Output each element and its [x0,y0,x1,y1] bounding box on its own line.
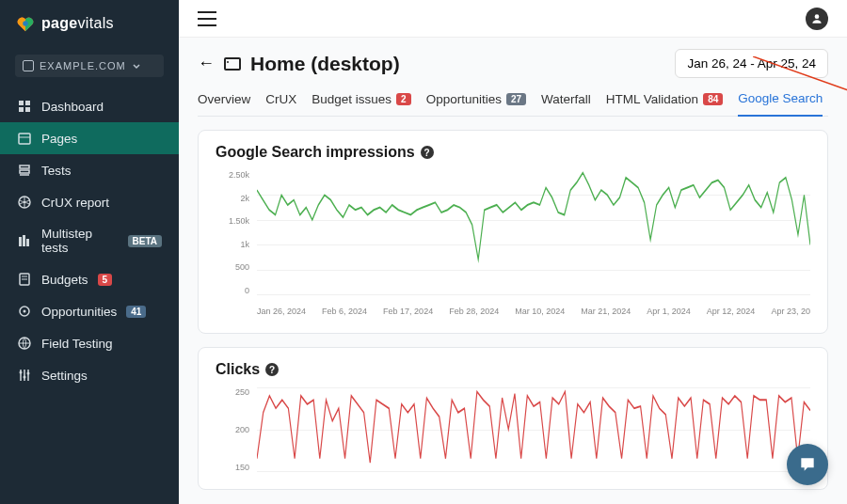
tab-label: Overview [198,92,250,106]
tab-badge: 27 [506,93,526,105]
desktop-icon [224,57,241,71]
sidebar-item-multistep-tests[interactable]: Multistep testsBETA [0,218,179,263]
tab-badge: 2 [396,93,411,105]
nav-label: Tests [41,164,72,178]
nav-icon [17,336,32,351]
svg-rect-3 [19,107,24,112]
clicks-chart: 250200150 [216,387,810,472]
nav-badge: BETA [128,235,162,247]
sidebar-item-dashboard[interactable]: Dashboard [0,90,179,122]
nav-icon [17,233,32,248]
page-title: Home (desktop) [250,53,400,75]
nav-label: Multistep tests [41,227,119,255]
svg-rect-4 [25,107,30,112]
tab-label: CrUX [265,92,296,106]
clicks-title: Clicks [216,361,260,378]
sidebar-item-pages[interactable]: Pages [0,122,179,154]
help-icon[interactable]: ? [265,363,279,376]
svg-point-22 [27,372,30,375]
back-arrow-icon[interactable]: ← [198,54,215,73]
date-range-picker[interactable]: Jan 26, 24 - Apr 25, 24 [675,49,828,78]
tabs: OverviewCrUXBudget issues2Opportunities2… [198,86,828,117]
menu-icon[interactable] [198,11,216,26]
nav-icon [17,304,32,319]
svg-rect-2 [25,101,30,105]
tab-label: Opportunities [426,92,502,106]
svg-rect-1 [19,101,24,105]
tab-badge: 84 [703,93,723,105]
tab-overview[interactable]: Overview [198,86,250,116]
nav-label: Settings [41,369,88,383]
nav-label: Pages [41,132,77,146]
tab-budget-issues[interactable]: Budget issues2 [312,86,410,116]
svg-point-20 [20,371,23,374]
nav-icon [17,272,32,287]
nav-icon [17,131,32,146]
svg-rect-8 [19,237,22,246]
svg-rect-9 [23,235,25,246]
nav-icon [17,195,32,210]
nav-badge: 41 [126,306,146,318]
topbar [179,0,847,38]
brand-name-thin: vitals [78,15,114,31]
tab-waterfall[interactable]: Waterfall [541,86,591,116]
nav-badge: 5 [98,274,113,286]
nav-label: Opportunities [41,305,117,319]
impressions-title: Google Search impressions [216,144,415,161]
sidebar-item-opportunities[interactable]: Opportunities41 [0,295,179,327]
tab-google-search[interactable]: Google Search [738,86,823,117]
svg-point-15 [24,310,26,313]
svg-point-21 [24,376,26,379]
svg-point-0 [23,21,28,26]
nav-icon [17,163,32,178]
nav-icon [17,99,32,114]
chevron-down-icon [132,61,141,71]
nav-label: Dashboard [41,100,104,114]
tab-label: HTML Validation [606,92,698,106]
tab-html-validation[interactable]: HTML Validation84 [606,86,723,116]
impressions-card: Google Search impressions ? 2.50k2k1.50k… [198,130,828,334]
tab-label: Budget issues [312,92,392,106]
sidebar-item-tests[interactable]: Tests [0,154,179,186]
sidebar-item-settings[interactable]: Settings [0,359,179,391]
tab-label: Google Search [738,91,823,105]
domain-selector[interactable]: EXAMPLE.COM [15,55,164,77]
nav-label: CrUX report [41,196,109,210]
logo-heart-icon [15,13,36,34]
sidebar-nav: DashboardPagesTestsCrUX reportMultistep … [0,90,179,391]
brand-logo[interactable]: pagevitals [0,0,179,47]
svg-point-23 [815,14,820,19]
tab-crux[interactable]: CrUX [265,86,296,116]
svg-rect-10 [26,239,29,246]
sidebar-item-budgets[interactable]: Budgets5 [0,263,179,295]
user-avatar[interactable] [806,8,828,30]
tab-opportunities[interactable]: Opportunities27 [426,86,526,116]
chat-icon [798,455,817,474]
tab-label: Waterfall [541,92,591,106]
domain-name: EXAMPLE.COM [40,60,126,71]
user-icon [810,12,823,25]
help-icon[interactable]: ? [421,146,434,159]
globe-icon [23,60,34,71]
impressions-chart: 2.50k2k1.50k1k5000 Jan 26, 2024Feb 6, 20… [216,170,810,316]
svg-rect-5 [19,134,30,144]
nav-label: Budgets [41,273,88,287]
clicks-card: Clicks ? 250200150 [198,347,828,490]
sidebar-item-field-testing[interactable]: Field Testing [0,327,179,359]
nav-label: Field Testing [41,337,113,351]
sidebar-item-crux-report[interactable]: CrUX report [0,186,179,218]
nav-icon [17,368,32,383]
brand-name-bold: page [41,15,78,31]
chat-fab[interactable] [787,444,828,485]
